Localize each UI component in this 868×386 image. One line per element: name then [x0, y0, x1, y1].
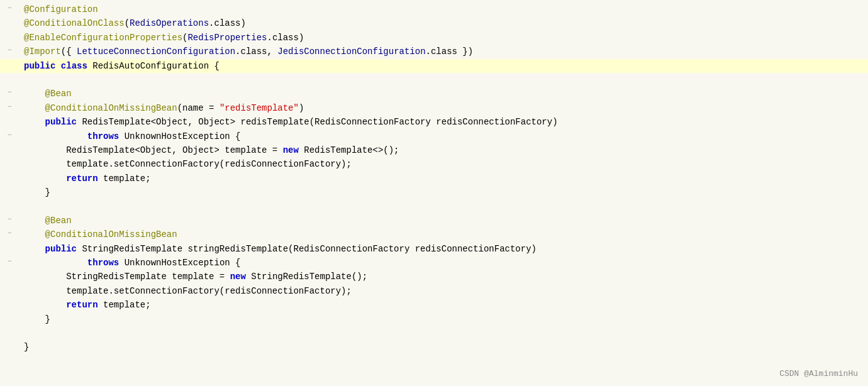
code-text: @Bean [19, 214, 868, 228]
code-text: public RedisTemplate<Object, Object> red… [19, 115, 868, 129]
gutter-icon[interactable]: − [0, 228, 19, 240]
code-text: @Import({ LettuceConnectionConfiguration… [19, 45, 868, 58]
code-line: − throws UnknownHostException { [0, 130, 868, 143]
code-text: throws UnknownHostException { [19, 256, 868, 270]
code-text: public StringRedisTemplate stringRedisTe… [19, 242, 868, 256]
code-line: } [0, 340, 868, 354]
code-line: public StringRedisTemplate stringRedisTe… [0, 242, 868, 256]
code-text: @ConditionalOnClass(RedisOperations.clas… [19, 16, 868, 30]
code-line: − throws UnknownHostException { [0, 256, 868, 270]
code-text: @ConditionalOnMissingBean(name = "redisT… [19, 101, 868, 115]
code-text: throws UnknownHostException { [19, 130, 868, 143]
code-line [0, 73, 868, 87]
gutter-icon[interactable]: − [0, 87, 19, 99]
code-lines: −@Configuration@ConditionalOnClass(Redis… [0, 3, 868, 355]
code-line [0, 326, 868, 340]
code-text: public class RedisAutoConfiguration { [19, 59, 868, 73]
gutter-icon[interactable]: − [0, 256, 19, 268]
watermark: CSDN @AlminminHu [779, 368, 858, 381]
code-line: @ConditionalOnClass(RedisOperations.clas… [0, 16, 868, 30]
code-text: } [19, 185, 868, 199]
code-text: @Bean [19, 87, 868, 101]
code-line: } [0, 185, 868, 199]
code-line: − @ConditionalOnMissingBean [0, 228, 868, 241]
code-text: StringRedisTemplate template = new Strin… [19, 270, 868, 284]
code-text: RedisTemplate<Object, Object> template =… [19, 143, 868, 157]
code-line: StringRedisTemplate template = new Strin… [0, 270, 868, 284]
code-line: − @Bean [0, 214, 868, 228]
code-text: } [19, 340, 868, 354]
gutter-icon[interactable]: − [0, 130, 19, 141]
code-text: template.setConnectionFactory(redisConne… [19, 157, 868, 171]
code-container: −@Configuration@ConditionalOnClass(Redis… [0, 0, 868, 386]
code-text: return template; [19, 298, 868, 312]
code-line: − @Bean [0, 87, 868, 101]
code-line: public class RedisAutoConfiguration { [0, 59, 868, 73]
gutter-icon[interactable]: − [0, 3, 19, 14]
code-line: return template; [0, 172, 868, 185]
code-line: template.setConnectionFactory(redisConne… [0, 157, 868, 171]
code-line: @EnableConfigurationProperties(RedisProp… [0, 31, 868, 45]
code-line: − @ConditionalOnMissingBean(name = "redi… [0, 101, 868, 115]
code-text: @EnableConfigurationProperties(RedisProp… [19, 31, 868, 45]
code-line: −@Configuration [0, 3, 868, 16]
code-text: } [19, 312, 868, 326]
code-line: RedisTemplate<Object, Object> template =… [0, 143, 868, 157]
code-text [19, 73, 868, 87]
code-line: −@Import({ LettuceConnectionConfiguratio… [0, 45, 868, 58]
code-line: public RedisTemplate<Object, Object> red… [0, 115, 868, 129]
code-line: } [0, 312, 868, 326]
code-text [19, 326, 868, 340]
code-line: template.setConnectionFactory(redisConne… [0, 284, 868, 298]
code-text: template.setConnectionFactory(redisConne… [19, 284, 868, 298]
code-text [19, 199, 868, 213]
code-line [0, 199, 868, 213]
gutter-icon[interactable]: − [0, 45, 19, 57]
code-text: @ConditionalOnMissingBean [19, 228, 868, 241]
gutter-icon[interactable]: − [0, 101, 19, 113]
gutter-icon[interactable]: − [0, 214, 19, 226]
code-text: @Configuration [19, 3, 868, 16]
code-text: return template; [19, 172, 868, 185]
code-line: return template; [0, 298, 868, 312]
